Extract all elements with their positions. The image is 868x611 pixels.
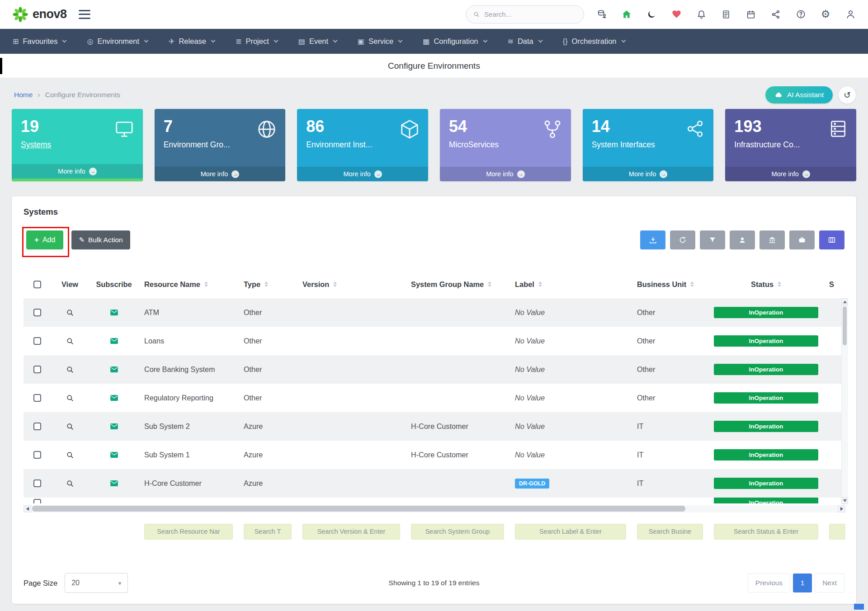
view-icon[interactable]: [66, 422, 75, 431]
settings-icon[interactable]: ⚙: [820, 9, 831, 20]
filter-system-group-input[interactable]: [411, 524, 504, 540]
view-icon[interactable]: [66, 479, 75, 488]
bulk-action-button[interactable]: ✎ Bulk Action: [71, 230, 130, 249]
notifications-icon[interactable]: [695, 9, 707, 20]
next-page-button[interactable]: Next: [815, 573, 844, 592]
heart-icon[interactable]: [670, 9, 682, 20]
reports-icon[interactable]: [720, 9, 732, 20]
ai-assistant-button[interactable]: AI Assistant: [765, 86, 833, 103]
nav-item-service[interactable]: ▣ Service: [358, 37, 402, 46]
filter-clipped-input[interactable]: [829, 524, 845, 540]
subscribe-icon[interactable]: [109, 422, 119, 431]
header-system-group-name[interactable]: System Group Name: [406, 280, 509, 289]
data-source-icon[interactable]: [596, 9, 608, 20]
header-resource-name[interactable]: Resource Name: [139, 280, 238, 289]
filter-label-input[interactable]: [515, 524, 626, 540]
header-version[interactable]: Version: [297, 280, 406, 289]
card-systems-more-info[interactable]: More info →: [12, 164, 143, 179]
previous-page-button[interactable]: Previous: [748, 573, 790, 592]
sort-icon[interactable]: [264, 282, 268, 287]
nav-item-environment[interactable]: ◎ Environment: [87, 37, 148, 46]
filter-version-input[interactable]: [302, 524, 400, 540]
card-system-interfaces-more-info[interactable]: More info →: [583, 167, 714, 181]
nav-item-favourites[interactable]: ⊞ Favourites: [13, 37, 66, 46]
subscribe-icon[interactable]: [109, 393, 119, 403]
nav-item-event[interactable]: ▤ Event: [298, 37, 337, 46]
scroll-up-button[interactable]: [841, 298, 848, 306]
subscribe-icon[interactable]: [109, 479, 119, 488]
row-checkbox[interactable]: [33, 499, 41, 503]
calendar-icon[interactable]: [745, 9, 757, 20]
scrollbar-track[interactable]: [841, 306, 848, 497]
sort-icon[interactable]: [778, 282, 781, 287]
row-checkbox[interactable]: [33, 394, 41, 402]
row-checkbox[interactable]: [33, 479, 41, 487]
subscribe-icon[interactable]: [109, 365, 119, 374]
view-icon[interactable]: [66, 365, 75, 374]
download-button[interactable]: [640, 230, 665, 249]
nav-item-project[interactable]: ≣ Project: [236, 37, 278, 46]
profile-icon[interactable]: [844, 9, 856, 20]
filter-resource-name-input[interactable]: [144, 524, 233, 540]
portfolio-button[interactable]: [789, 230, 815, 249]
card-environment-instances-more-info[interactable]: More info →: [297, 167, 428, 181]
scroll-left-button[interactable]: [24, 505, 31, 512]
nav-item-data[interactable]: ≋ Data: [508, 37, 542, 46]
filter-button[interactable]: [700, 230, 725, 249]
refresh-button[interactable]: [670, 230, 695, 249]
history-button[interactable]: ↺: [838, 86, 856, 104]
card-environment-groups-more-info[interactable]: More info →: [155, 167, 286, 181]
scrollbar-track[interactable]: [31, 505, 838, 512]
row-checkbox[interactable]: [33, 309, 41, 316]
header-status[interactable]: Status: [708, 280, 824, 289]
view-icon[interactable]: [66, 337, 75, 346]
filter-business-unit-input[interactable]: [637, 524, 703, 540]
dark-mode-icon[interactable]: [646, 9, 657, 20]
row-checkbox[interactable]: [33, 366, 41, 373]
horizontal-scrollbar[interactable]: [24, 505, 845, 512]
subscribe-icon[interactable]: [109, 336, 119, 346]
card-microservices-more-info[interactable]: More info →: [440, 167, 571, 181]
add-button[interactable]: + Add: [26, 230, 63, 249]
search-input[interactable]: [484, 10, 577, 18]
help-icon[interactable]: [795, 9, 807, 20]
row-checkbox[interactable]: [33, 423, 41, 430]
view-icon[interactable]: [66, 394, 75, 403]
sort-icon[interactable]: [204, 282, 208, 287]
sort-icon[interactable]: [488, 282, 491, 287]
filter-status-input[interactable]: [714, 524, 818, 540]
scrollbar-thumb[interactable]: [32, 506, 685, 512]
page-size-select[interactable]: 20 ▾: [65, 573, 128, 593]
header-type[interactable]: Type: [238, 280, 297, 289]
sort-icon[interactable]: [690, 282, 694, 287]
filter-type-input[interactable]: [244, 524, 292, 540]
scroll-right-button[interactable]: [838, 505, 845, 512]
columns-button[interactable]: [819, 230, 844, 249]
header-label[interactable]: Label: [509, 280, 632, 289]
row-checkbox[interactable]: [33, 451, 41, 459]
nav-item-orchestration[interactable]: {} Orchestration: [563, 37, 625, 46]
home-icon[interactable]: [621, 9, 632, 20]
sort-icon[interactable]: [333, 282, 337, 287]
sort-icon[interactable]: [538, 282, 542, 287]
header-business-unit[interactable]: Business Unit: [632, 280, 708, 289]
brand-logo[interactable]: enov8: [12, 6, 67, 23]
breadcrumb-home-link[interactable]: Home: [14, 91, 33, 99]
view-icon[interactable]: [66, 308, 75, 317]
scroll-down-button[interactable]: [841, 497, 848, 504]
card-infrastructure-more-info[interactable]: More info →: [725, 167, 856, 181]
user-view-button[interactable]: [730, 230, 755, 249]
row-checkbox[interactable]: [33, 337, 41, 345]
subscribe-icon[interactable]: [109, 308, 119, 317]
page-1-button[interactable]: 1: [793, 573, 812, 592]
organisation-button[interactable]: [760, 230, 785, 249]
header-clipped[interactable]: S: [824, 280, 845, 289]
share-icon[interactable]: [770, 9, 782, 20]
vertical-scrollbar[interactable]: [841, 298, 848, 504]
nav-item-configuration[interactable]: ▦ Configuration: [423, 37, 486, 46]
view-icon[interactable]: [66, 451, 75, 460]
scrollbar-thumb[interactable]: [843, 306, 847, 345]
nav-item-release[interactable]: ✈ Release: [169, 37, 215, 46]
card-systems-link[interactable]: Systems: [21, 140, 134, 150]
subscribe-icon[interactable]: [109, 450, 119, 460]
